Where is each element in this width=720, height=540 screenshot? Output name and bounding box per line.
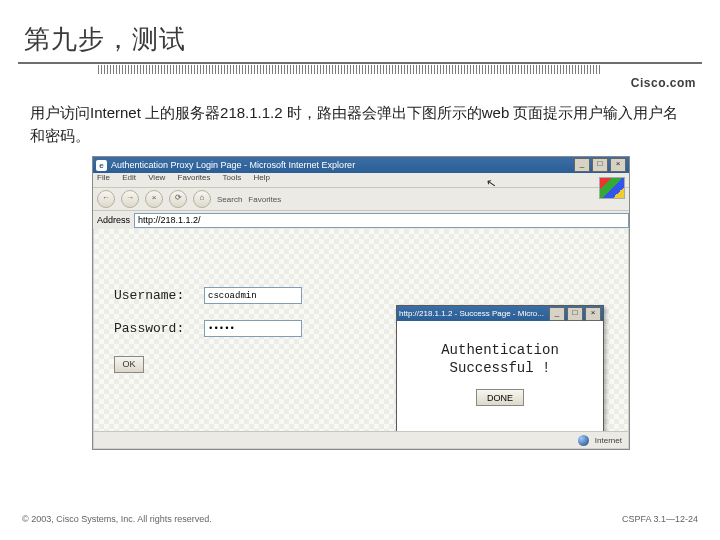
login-form: Username: Password: OK [114, 287, 364, 373]
slide-title: 第九步，测试 [24, 22, 186, 57]
username-field[interactable] [204, 287, 302, 304]
copyright-text: © 2003, Cisco Systems, Inc. All rights r… [22, 514, 212, 524]
minimize-button[interactable]: _ [574, 158, 590, 172]
popup-titlebar: http://218.1.1.2 - Success Page - Micro.… [397, 306, 603, 321]
maximize-button[interactable]: □ [592, 158, 608, 172]
favorites-button[interactable]: Favorites [248, 195, 281, 204]
menu-edit[interactable]: Edit [122, 173, 136, 182]
menu-tools[interactable]: Tools [223, 173, 242, 182]
ie-icon: e [96, 160, 107, 171]
username-label: Username: [114, 288, 204, 303]
windows-flag-icon [599, 177, 625, 199]
ie-address-bar: Address [93, 211, 629, 230]
address-label: Address [97, 215, 130, 225]
slide-body-text: 用户访问Internet 上的服务器218.1.1.2 时，路由器会弹出下图所示… [30, 102, 690, 147]
popup-title-text: http://218.1.1.2 - Success Page - Micro.… [399, 309, 544, 318]
ie-menubar: File Edit View Favorites Tools Help [93, 173, 629, 188]
home-button[interactable]: ⌂ [193, 190, 211, 208]
refresh-button[interactable]: ⟳ [169, 190, 187, 208]
back-button[interactable]: ← [97, 190, 115, 208]
popup-body: Authentication Successful ! DONE [397, 321, 603, 406]
address-input[interactable] [134, 213, 629, 228]
done-button[interactable]: DONE [476, 389, 524, 406]
ie-window-title: Authentication Proxy Login Page - Micros… [111, 160, 355, 170]
ie-status-bar: Internet [94, 431, 628, 448]
popup-line1: Authentication [397, 341, 603, 359]
globe-icon [578, 435, 589, 446]
menu-view[interactable]: View [148, 173, 165, 182]
ie-content-area: Username: Password: OK http://218.1.1.2 … [94, 229, 628, 431]
menu-favorites[interactable]: Favorites [178, 173, 211, 182]
menu-file[interactable]: File [97, 173, 110, 182]
search-button[interactable]: Search [217, 195, 242, 204]
cisco-logo-text: Cisco.com [631, 76, 696, 90]
ie-toolbar: ← → × ⟳ ⌂ Search Favorites [93, 188, 629, 211]
status-zone: Internet [595, 436, 622, 445]
slide-number: CSPFA 3.1—12-24 [622, 514, 698, 524]
menu-help[interactable]: Help [254, 173, 270, 182]
success-popup-window: http://218.1.1.2 - Success Page - Micro.… [396, 305, 604, 437]
ie-window: e Authentication Proxy Login Page - Micr… [92, 156, 630, 450]
popup-maximize-button[interactable]: □ [567, 307, 583, 321]
ok-button[interactable]: OK [114, 356, 144, 373]
ie-titlebar: e Authentication Proxy Login Page - Micr… [93, 157, 629, 173]
password-field[interactable] [204, 320, 302, 337]
popup-line2: Successful ! [397, 359, 603, 377]
popup-close-button[interactable]: × [585, 307, 601, 321]
close-button[interactable]: × [610, 158, 626, 172]
password-label: Password: [114, 321, 204, 336]
forward-button[interactable]: → [121, 190, 139, 208]
popup-minimize-button[interactable]: _ [549, 307, 565, 321]
stop-button[interactable]: × [145, 190, 163, 208]
divider-rule [18, 62, 702, 76]
